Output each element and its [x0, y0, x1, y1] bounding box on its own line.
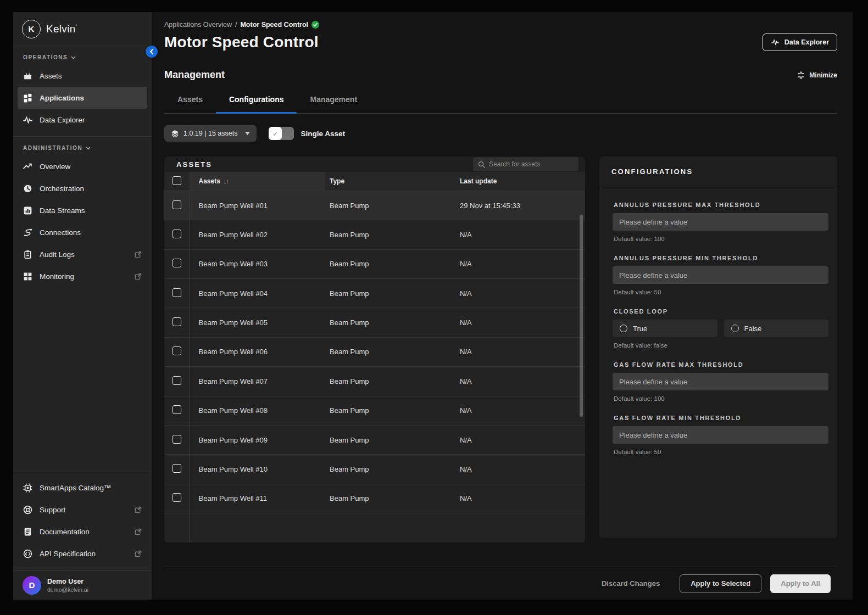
- configurations-panel: CONFIGURATIONS ANNULUS PRESSURE MAX THRE…: [599, 156, 837, 538]
- chevron-down-icon: [86, 147, 91, 150]
- default-value-hint: Default value: 100: [613, 395, 828, 402]
- sidebar-section-administration[interactable]: ADMINISTRATION: [13, 145, 152, 151]
- search-input[interactable]: [489, 160, 571, 168]
- table-row[interactable]: Beam Pump Well #06 Beam Pump N/A: [164, 337, 585, 366]
- sidebar-item-overview[interactable]: Overview: [18, 155, 147, 177]
- apply-to-all-button[interactable]: Apply to All: [770, 574, 831, 593]
- tab-configurations[interactable]: Configurations: [216, 95, 297, 113]
- row-checkbox[interactable]: [173, 405, 181, 414]
- trend-icon: [23, 162, 32, 171]
- sidebar-section-operations[interactable]: OPERATIONS: [13, 54, 152, 60]
- sidebar-item-connections[interactable]: Connections: [18, 221, 147, 243]
- sidebar-item-assets[interactable]: Assets: [18, 65, 147, 87]
- sidebar-collapse-button[interactable]: [146, 46, 158, 58]
- select-all-checkbox[interactable]: [173, 176, 181, 185]
- single-asset-toggle[interactable]: ✓: [269, 127, 294, 140]
- row-checkbox[interactable]: [173, 288, 181, 297]
- chevron-down-icon: [71, 56, 76, 59]
- user-menu[interactable]: D Demo User demo@kelvin.ai: [13, 570, 152, 600]
- user-email: demo@kelvin.ai: [47, 586, 88, 593]
- annulus-pressure-max-input[interactable]: [613, 213, 828, 231]
- column-header-type: Type: [325, 172, 455, 191]
- sidebar-divider: [13, 472, 152, 472]
- apply-to-selected-button[interactable]: Apply to Selected: [680, 574, 761, 593]
- data-explorer-button[interactable]: Data Explorer: [763, 33, 837, 51]
- breadcrumb-parent-link[interactable]: Applications Overview: [164, 21, 232, 29]
- bar-chart-icon: [23, 206, 32, 215]
- closed-loop-true-radio[interactable]: True: [613, 320, 717, 337]
- gas-flow-min-input[interactable]: [613, 426, 828, 444]
- table-row[interactable]: Beam Pump Well #04 Beam Pump N/A: [164, 278, 585, 308]
- gas-flow-max-input[interactable]: [613, 373, 828, 390]
- action-footer: Discard Changes Apply to Selected Apply …: [164, 567, 837, 600]
- sidebar-item-support[interactable]: Support: [18, 499, 147, 521]
- table-row[interactable]: Beam Pump Well #10 Beam Pump N/A: [164, 455, 585, 484]
- row-checkbox[interactable]: [173, 346, 181, 355]
- row-checkbox[interactable]: [173, 376, 181, 385]
- discard-changes-button[interactable]: Discard Changes: [602, 579, 660, 588]
- closed-loop-false-radio[interactable]: False: [724, 320, 829, 337]
- sidebar-item-api-specification[interactable]: API Specification: [18, 543, 147, 564]
- radio-icon: [620, 325, 627, 332]
- tab-assets[interactable]: Assets: [164, 95, 216, 113]
- sidebar-item-audit-logs[interactable]: Audit Logs: [18, 243, 147, 265]
- app-window: K Kelvin˚ OPERATIONS Assets Applications: [13, 12, 853, 600]
- toggle-check-icon: ✓: [269, 127, 282, 140]
- row-checkbox[interactable]: [173, 317, 181, 326]
- row-checkbox[interactable]: [173, 435, 181, 444]
- external-link-icon: [135, 528, 142, 535]
- sidebar-item-applications[interactable]: Applications: [18, 87, 147, 109]
- table-row[interactable]: Beam Pump Well #02 Beam Pump N/A: [164, 220, 585, 249]
- annulus-pressure-min-input[interactable]: [613, 266, 828, 284]
- table-scrollbar[interactable]: [580, 215, 583, 417]
- tab-management[interactable]: Management: [297, 95, 370, 113]
- config-field-closed-loop: CLOSED LOOP True False Default value: [613, 308, 828, 349]
- default-value-hint: Default value: 50: [613, 449, 828, 455]
- tab-bar: Assets Configurations Management: [164, 95, 837, 114]
- sidebar-item-data-explorer[interactable]: Data Explorer: [18, 109, 147, 131]
- table-row[interactable]: Beam Pump Well #07 Beam Pump N/A: [164, 367, 585, 396]
- row-checkbox[interactable]: [173, 200, 181, 209]
- brand-logo: K Kelvin˚: [13, 12, 152, 46]
- minimize-icon: [797, 71, 805, 79]
- config-field-gas-flow-max: GAS FLOW RATE MAX THRESHOLD Default valu…: [613, 361, 828, 402]
- minimize-button[interactable]: Minimize: [797, 71, 837, 79]
- table-row[interactable]: Beam Pump Well #01 Beam Pump 29 Nov at 1…: [164, 191, 585, 220]
- row-checkbox[interactable]: [173, 259, 181, 267]
- external-link-icon: [135, 550, 142, 557]
- assets-panel-title: ASSETS: [176, 160, 212, 169]
- external-link-icon: [135, 506, 142, 513]
- orchestration-icon: [23, 184, 32, 193]
- table-row[interactable]: Beam Pump Well #08 Beam Pump N/A: [164, 396, 585, 425]
- row-checkbox[interactable]: [173, 464, 181, 473]
- sidebar-item-documentation[interactable]: Documentation: [18, 521, 147, 543]
- document-icon: [23, 527, 32, 536]
- sidebar-item-data-streams[interactable]: Data Streams: [18, 199, 147, 221]
- table-row[interactable]: Beam Pump Well #11 Beam Pump N/A: [164, 484, 585, 513]
- applications-icon: [23, 93, 32, 103]
- sidebar-item-orchestration[interactable]: Orchestration: [18, 177, 147, 199]
- default-value-hint: Default value: false: [613, 342, 828, 349]
- assets-table: Assets↓↑ Type Last update Beam Pump Well…: [164, 172, 585, 543]
- external-link-icon: [135, 251, 142, 258]
- sidebar-item-monitoring[interactable]: Monitoring: [18, 265, 147, 287]
- sort-icon[interactable]: ↓↑: [224, 178, 229, 185]
- main-content: Applications Overview / Motor Speed Cont…: [152, 12, 853, 600]
- column-header-assets[interactable]: Assets↓↑: [190, 172, 325, 191]
- asset-search[interactable]: [473, 157, 578, 171]
- connections-icon: [23, 228, 32, 237]
- row-checkbox[interactable]: [173, 230, 181, 238]
- table-row[interactable]: Beam Pump Well #09 Beam Pump N/A: [164, 425, 585, 454]
- avatar: D: [23, 576, 41, 595]
- status-check-icon: [311, 21, 319, 29]
- table-row[interactable]: Beam Pump Well #05 Beam Pump N/A: [164, 308, 585, 337]
- external-link-icon: [135, 273, 142, 280]
- sidebar-item-smartapps-catalog[interactable]: SmartApps Catalog™: [18, 477, 147, 499]
- clipboard-icon: [23, 250, 32, 259]
- version-select[interactable]: 1.0.19 | 15 assets: [164, 125, 257, 142]
- column-header-last-update: Last update: [455, 172, 585, 191]
- sidebar-divider: [13, 136, 152, 137]
- api-icon: [23, 549, 32, 558]
- row-checkbox[interactable]: [173, 493, 181, 502]
- table-row[interactable]: Beam Pump Well #03 Beam Pump N/A: [164, 249, 585, 278]
